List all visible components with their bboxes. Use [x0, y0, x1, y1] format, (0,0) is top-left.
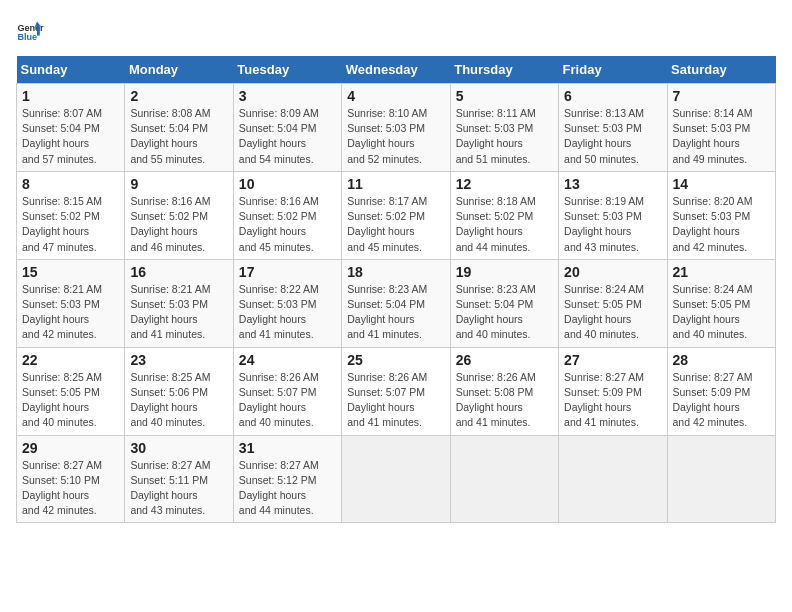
logo: General Blue: [16, 16, 48, 44]
calendar-day-13: 13Sunrise: 8:19 AMSunset: 5:03 PMDayligh…: [559, 171, 667, 259]
calendar-day-2: 2Sunrise: 8:08 AMSunset: 5:04 PMDaylight…: [125, 84, 233, 172]
calendar-day-25: 25Sunrise: 8:26 AMSunset: 5:07 PMDayligh…: [342, 347, 450, 435]
calendar-week-4: 22Sunrise: 8:25 AMSunset: 5:05 PMDayligh…: [17, 347, 776, 435]
empty-day: [559, 435, 667, 523]
calendar-day-14: 14Sunrise: 8:20 AMSunset: 5:03 PMDayligh…: [667, 171, 775, 259]
logo-icon: General Blue: [16, 16, 44, 44]
empty-day: [450, 435, 558, 523]
calendar-day-7: 7Sunrise: 8:14 AMSunset: 5:03 PMDaylight…: [667, 84, 775, 172]
calendar-week-3: 15Sunrise: 8:21 AMSunset: 5:03 PMDayligh…: [17, 259, 776, 347]
calendar-week-1: 1Sunrise: 8:07 AMSunset: 5:04 PMDaylight…: [17, 84, 776, 172]
calendar-day-22: 22Sunrise: 8:25 AMSunset: 5:05 PMDayligh…: [17, 347, 125, 435]
calendar-day-30: 30Sunrise: 8:27 AMSunset: 5:11 PMDayligh…: [125, 435, 233, 523]
calendar-day-3: 3Sunrise: 8:09 AMSunset: 5:04 PMDaylight…: [233, 84, 341, 172]
calendar-day-18: 18Sunrise: 8:23 AMSunset: 5:04 PMDayligh…: [342, 259, 450, 347]
calendar-day-28: 28Sunrise: 8:27 AMSunset: 5:09 PMDayligh…: [667, 347, 775, 435]
calendar-day-16: 16Sunrise: 8:21 AMSunset: 5:03 PMDayligh…: [125, 259, 233, 347]
calendar-day-26: 26Sunrise: 8:26 AMSunset: 5:08 PMDayligh…: [450, 347, 558, 435]
col-header-thursday: Thursday: [450, 56, 558, 84]
page-header: General Blue: [16, 16, 776, 44]
calendar-day-12: 12Sunrise: 8:18 AMSunset: 5:02 PMDayligh…: [450, 171, 558, 259]
calendar-day-29: 29Sunrise: 8:27 AMSunset: 5:10 PMDayligh…: [17, 435, 125, 523]
calendar-day-17: 17Sunrise: 8:22 AMSunset: 5:03 PMDayligh…: [233, 259, 341, 347]
calendar-day-31: 31Sunrise: 8:27 AMSunset: 5:12 PMDayligh…: [233, 435, 341, 523]
calendar-day-20: 20Sunrise: 8:24 AMSunset: 5:05 PMDayligh…: [559, 259, 667, 347]
calendar-day-9: 9Sunrise: 8:16 AMSunset: 5:02 PMDaylight…: [125, 171, 233, 259]
calendar-day-8: 8Sunrise: 8:15 AMSunset: 5:02 PMDaylight…: [17, 171, 125, 259]
calendar-day-24: 24Sunrise: 8:26 AMSunset: 5:07 PMDayligh…: [233, 347, 341, 435]
col-header-monday: Monday: [125, 56, 233, 84]
col-header-tuesday: Tuesday: [233, 56, 341, 84]
calendar-day-23: 23Sunrise: 8:25 AMSunset: 5:06 PMDayligh…: [125, 347, 233, 435]
empty-day: [342, 435, 450, 523]
col-header-sunday: Sunday: [17, 56, 125, 84]
calendar-week-5: 29Sunrise: 8:27 AMSunset: 5:10 PMDayligh…: [17, 435, 776, 523]
calendar-day-21: 21Sunrise: 8:24 AMSunset: 5:05 PMDayligh…: [667, 259, 775, 347]
calendar-table: SundayMondayTuesdayWednesdayThursdayFrid…: [16, 56, 776, 523]
calendar-day-15: 15Sunrise: 8:21 AMSunset: 5:03 PMDayligh…: [17, 259, 125, 347]
svg-text:Blue: Blue: [17, 32, 37, 42]
col-header-saturday: Saturday: [667, 56, 775, 84]
calendar-week-2: 8Sunrise: 8:15 AMSunset: 5:02 PMDaylight…: [17, 171, 776, 259]
calendar-day-4: 4Sunrise: 8:10 AMSunset: 5:03 PMDaylight…: [342, 84, 450, 172]
col-header-wednesday: Wednesday: [342, 56, 450, 84]
col-header-friday: Friday: [559, 56, 667, 84]
calendar-day-11: 11Sunrise: 8:17 AMSunset: 5:02 PMDayligh…: [342, 171, 450, 259]
calendar-day-1: 1Sunrise: 8:07 AMSunset: 5:04 PMDaylight…: [17, 84, 125, 172]
calendar-day-5: 5Sunrise: 8:11 AMSunset: 5:03 PMDaylight…: [450, 84, 558, 172]
empty-day: [667, 435, 775, 523]
calendar-header: SundayMondayTuesdayWednesdayThursdayFrid…: [17, 56, 776, 84]
calendar-day-19: 19Sunrise: 8:23 AMSunset: 5:04 PMDayligh…: [450, 259, 558, 347]
calendar-day-6: 6Sunrise: 8:13 AMSunset: 5:03 PMDaylight…: [559, 84, 667, 172]
calendar-day-27: 27Sunrise: 8:27 AMSunset: 5:09 PMDayligh…: [559, 347, 667, 435]
calendar-day-10: 10Sunrise: 8:16 AMSunset: 5:02 PMDayligh…: [233, 171, 341, 259]
